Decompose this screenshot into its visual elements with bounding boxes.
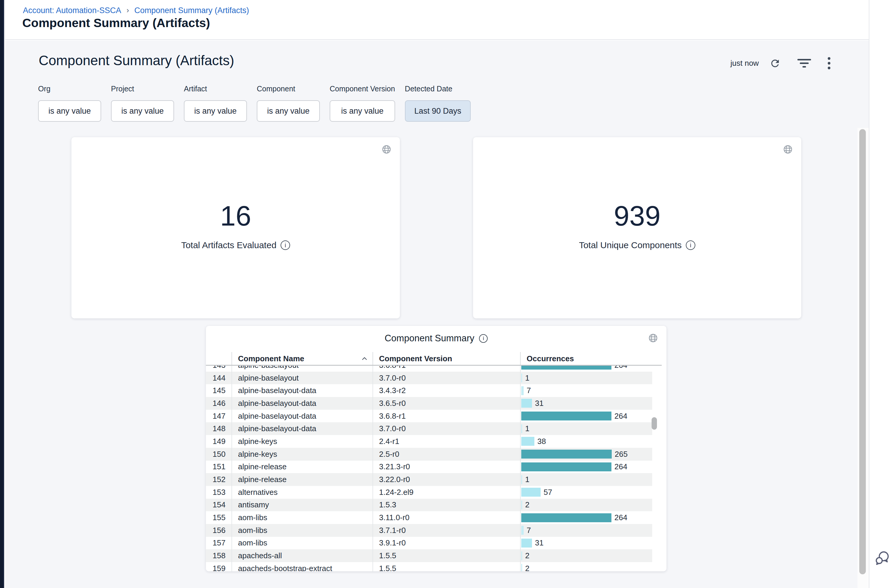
component-version-cell: 3.21.3-r0 [372, 460, 520, 473]
breadcrumb-page-link[interactable]: Component Summary (Artifacts) [135, 6, 249, 15]
column-header-row: Component Name Component Version Occurre… [206, 352, 667, 365]
occurrence-bar [521, 488, 541, 496]
component-name-cell: aom-libs [231, 524, 372, 537]
occurrence-bar [521, 501, 522, 510]
filter-group-artifact: Artifactis any value [184, 84, 247, 122]
occurrence-bar [521, 462, 612, 471]
occurrences-cell: 57 [520, 486, 652, 499]
occurrences-cell: 2 [520, 562, 652, 572]
filter-value-button[interactable]: is any value [184, 100, 247, 122]
component-version-cell: 3.6.5-r0 [372, 397, 520, 410]
filter-value-button[interactable]: is any value [38, 100, 101, 122]
table-row: 150alpine-keys2.5-r0265 [206, 448, 652, 460]
globe-icon[interactable] [381, 144, 391, 154]
component-version-cell: 2.5-r0 [372, 448, 520, 460]
dashboard-title: Component Summary (Artifacts) [39, 52, 234, 69]
occurrence-value: 7 [527, 386, 531, 395]
table-row: 143alpine-baselayout3.6.8-r1264 [206, 366, 652, 372]
occurrence-bar [521, 386, 524, 395]
table-row: 149alpine-keys2.4-r138 [206, 435, 652, 448]
component-version-cell: 3.7.1-r0 [372, 524, 520, 537]
filter-value-button[interactable]: is any value [330, 100, 395, 122]
more-options-button[interactable] [828, 57, 831, 69]
component-version-cell: 3.11.0-r0 [372, 511, 520, 524]
info-icon[interactable]: i [280, 240, 290, 250]
component-name-cell: apacheds-bootstrap-extract [231, 562, 372, 572]
occurrence-bar [521, 424, 522, 433]
breadcrumb-account-link[interactable]: Account: Automation-SSCA [23, 6, 121, 15]
component-name-cell: alpine-baselayout [231, 366, 372, 372]
component-version-cell: 1.5.5 [372, 549, 520, 562]
info-icon[interactable]: i [686, 240, 695, 250]
occurrence-bar [521, 437, 534, 446]
row-index-cell: 158 [206, 551, 231, 560]
occurrences-cell: 2 [520, 499, 652, 512]
col-header-label: Occurrences [527, 354, 574, 363]
refresh-button[interactable] [769, 58, 781, 69]
col-header-component-name[interactable]: Component Name [231, 352, 372, 365]
filter-value-button[interactable]: is any value [111, 100, 174, 122]
occurrences-cell: 264 [520, 366, 652, 372]
component-version-cell: 3.4.3-r2 [372, 384, 520, 397]
occurrence-bar [521, 450, 612, 459]
component-name-cell: apacheds-all [231, 549, 372, 562]
table-row: 151alpine-release3.21.3-r0264 [206, 460, 652, 473]
col-header-label: Component Name [238, 354, 304, 363]
occurrence-bar [521, 366, 612, 370]
tile-label: Total Artifacts Evaluated [181, 240, 276, 250]
occurrence-value: 265 [615, 450, 628, 459]
filter-value-button[interactable]: is any value [257, 100, 320, 122]
occurrences-cell: 264 [520, 410, 652, 423]
row-index-cell: 143 [206, 366, 231, 370]
col-header-occurrences[interactable]: Occurrences [520, 352, 667, 365]
filter-label: Detected Date [405, 84, 471, 93]
component-name-cell: aom-libs [231, 511, 372, 524]
dashboard-actions: just now [730, 57, 831, 69]
occurrence-value: 2 [525, 564, 529, 572]
occurrence-bar [521, 551, 522, 560]
col-header-component-version[interactable]: Component Version [372, 352, 520, 365]
occurrence-bar [521, 513, 612, 522]
breadcrumb-chevron-icon: › [126, 6, 129, 15]
page-title: Component Summary (Artifacts) [22, 16, 210, 30]
table-row: 153alternatives1.24-2.el957 [206, 486, 652, 499]
globe-icon[interactable] [783, 144, 793, 154]
component-version-cell: 1.24-2.el9 [372, 486, 520, 499]
component-version-cell: 3.7.0-r0 [372, 372, 520, 384]
occurrences-cell: 38 [520, 435, 652, 448]
filter-group-project: Projectis any value [111, 84, 174, 122]
table-row: 148alpine-baselayout-data3.7.0-r01 [206, 422, 652, 435]
row-index-cell: 150 [206, 450, 231, 459]
occurrence-value: 57 [544, 488, 552, 497]
row-index-cell: 146 [206, 399, 231, 408]
occurrence-bar [521, 374, 522, 382]
occurrences-cell: 1 [520, 422, 652, 435]
row-index-cell: 145 [206, 386, 231, 395]
filter-group-component-version: Component Versionis any value [330, 84, 395, 122]
occurrences-cell: 265 [520, 448, 652, 460]
page-header: Account: Automation-SSCA › Component Sum… [5, 0, 869, 40]
chat-support-icon[interactable] [874, 550, 890, 566]
table-row: 157aom-libs3.9.1-r031 [206, 537, 652, 550]
row-index-cell: 155 [206, 513, 231, 522]
row-index-cell: 151 [206, 462, 231, 471]
info-icon[interactable]: i [479, 334, 488, 343]
filter-label: Project [111, 84, 174, 93]
tile-total-artifacts: 16 Total Artifacts Evaluated i [71, 137, 400, 318]
filter-value-button[interactable]: Last 90 Days [405, 100, 471, 122]
row-index-cell: 147 [206, 411, 231, 421]
filter-group-detected-date: Detected DateLast 90 Days [405, 84, 471, 122]
component-version-cell: 3.22.0-r0 [372, 473, 520, 486]
occurrence-bar [521, 411, 612, 420]
occurrence-value: 2 [525, 551, 529, 560]
occurrence-bar [521, 399, 532, 408]
component-summary-card: Component Summary i Component Name Compo… [206, 326, 667, 572]
collapsed-nav-rail[interactable] [0, 0, 4, 588]
occurrences-cell: 264 [520, 511, 652, 524]
filter-label: Artifact [184, 84, 247, 93]
occurrence-value: 1 [525, 424, 529, 433]
occurrence-value: 264 [615, 513, 627, 522]
table-scrollbar-thumb[interactable] [652, 417, 657, 430]
filter-toggle-button[interactable] [798, 59, 811, 68]
page-scrollbar-thumb[interactable] [859, 129, 866, 574]
